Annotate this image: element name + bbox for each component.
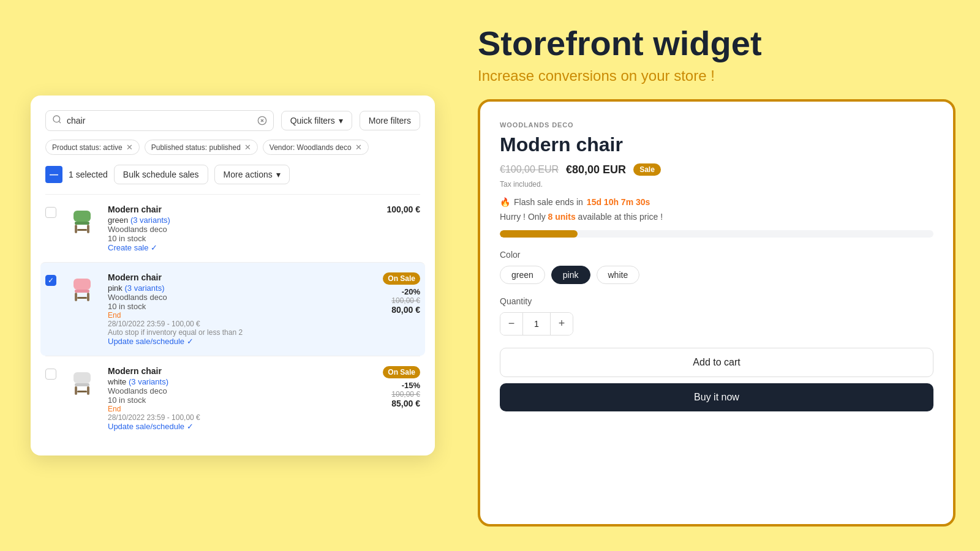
product-name-pink: Modern chair <box>108 272 374 282</box>
product-variants-link-pink[interactable]: (3 variants) <box>124 283 164 293</box>
product-sale-date-pink: 28/10/2022 23:59 - 100,00 € <box>108 320 374 328</box>
flash-sale-row: 🔥 Flash sale ends in 15d 10h 7m 30s <box>500 197 933 207</box>
storefront-price-original: €100,00 EUR <box>500 164 559 175</box>
more-filters-button[interactable]: More filters <box>360 111 420 130</box>
svg-rect-11 <box>75 290 89 293</box>
product-checkbox-white[interactable] <box>45 369 56 380</box>
on-sale-badge-pink: On Sale <box>383 272 420 285</box>
left-panel: Quick filters ▾ More filters Product sta… <box>0 0 466 551</box>
svg-rect-15 <box>74 372 91 383</box>
quantity-increase-button[interactable]: + <box>551 313 573 335</box>
svg-rect-14 <box>77 297 87 299</box>
price-section-white: On Sale -15% 100,00 € 85,00 € <box>383 366 420 408</box>
right-panel: Storefront widget Increase conversions o… <box>466 0 980 551</box>
svg-line-1 <box>59 121 61 123</box>
buy-now-button[interactable]: Buy it now <box>500 383 933 411</box>
clear-search-button[interactable] <box>257 116 267 126</box>
product-auto-stop-pink: Auto stop if inventory equal or less tha… <box>108 328 374 337</box>
color-label: Color <box>500 250 933 260</box>
bulk-schedule-button[interactable]: Bulk schedule sales <box>114 165 208 184</box>
product-vendor-white: Woodlands deco <box>108 386 374 395</box>
svg-rect-7 <box>75 225 77 233</box>
product-vendor-pink: Woodlands deco <box>108 293 374 302</box>
product-variants-pink: pink (3 variants) <box>108 283 374 293</box>
svg-rect-12 <box>75 293 77 301</box>
product-info-white: Modern chair white (3 variants) Woodland… <box>108 366 374 431</box>
product-row-green: Modern chair green (3 variants) Woodland… <box>45 194 420 262</box>
color-option-green[interactable]: green <box>500 266 545 284</box>
product-image-green <box>65 204 99 239</box>
hero-title: Storefront widget <box>478 24 956 62</box>
quick-filters-label: Quick filters <box>290 116 335 126</box>
product-checkbox-green[interactable] <box>45 207 56 218</box>
filter-tag-status: Product status: active ✕ <box>45 140 140 155</box>
product-info-pink: Modern chair pink (3 variants) Woodlands… <box>108 272 374 346</box>
product-row-pink: Modern chair pink (3 variants) Woodlands… <box>40 262 425 356</box>
flash-sale-timer: 15d 10h 7m 30s <box>587 197 650 207</box>
filter-tag-published-close[interactable]: ✕ <box>244 143 251 152</box>
more-actions-button[interactable]: More actions ▾ <box>214 165 290 184</box>
price-section-green: 100,00 € <box>387 204 421 214</box>
bulk-checkbox-button[interactable] <box>45 166 62 183</box>
svg-rect-6 <box>75 222 89 225</box>
progress-fill <box>500 230 578 238</box>
product-row-white: Modern chair white (3 variants) Woodland… <box>45 356 420 441</box>
svg-rect-13 <box>87 293 89 301</box>
sale-discount-white: -15% <box>383 381 420 390</box>
quick-filters-button[interactable]: Quick filters ▾ <box>281 111 352 130</box>
vendor-name: WOODLANDS DECO <box>500 121 933 129</box>
quantity-control: − 1 + <box>500 312 573 335</box>
hero-subtitle: Increase conversions on your store ! <box>478 67 956 84</box>
filter-tag-published: Published status: published ✕ <box>145 140 258 155</box>
buy-now-label: Buy it now <box>694 392 739 402</box>
sale-discount-pink: -20% <box>383 287 420 296</box>
price-section-pink: On Sale -20% 100,00 € 80,00 € <box>383 272 420 315</box>
add-to-cart-button[interactable]: Add to cart <box>500 348 933 377</box>
storefront-price-current: €80,00 EUR <box>566 163 626 176</box>
product-stock-pink: 10 in stock <box>108 302 374 311</box>
price-green: 100,00 € <box>387 204 421 214</box>
filter-tag-vendor-label: Vendor: Woodlands deco <box>270 143 352 152</box>
on-sale-badge-white: On Sale <box>383 366 420 378</box>
color-option-pink[interactable]: pink <box>551 266 590 284</box>
svg-rect-16 <box>75 383 89 386</box>
units-row: Hurry ! Only 8 units available at this p… <box>500 212 933 222</box>
quantity-decrease-button[interactable]: − <box>500 313 522 335</box>
more-filters-label: More filters <box>369 116 411 126</box>
tax-note: Tax included. <box>500 180 933 189</box>
storefront-product-title: Modern chair <box>500 133 933 156</box>
price-original-white: 100,00 € <box>383 390 420 399</box>
price-row: €100,00 EUR €80,00 EUR Sale <box>500 163 933 176</box>
svg-rect-5 <box>74 211 91 222</box>
selected-count: 1 selected <box>69 170 108 179</box>
product-checkbox-pink[interactable] <box>45 275 56 286</box>
more-actions-label: More actions <box>224 170 273 179</box>
search-input[interactable] <box>67 116 252 126</box>
fire-icon: 🔥 <box>500 197 510 207</box>
quantity-label: Quantity <box>500 296 933 306</box>
quantity-value: 1 <box>522 313 551 335</box>
product-info-green: Modern chair green (3 variants) Woodland… <box>108 204 379 252</box>
product-name-green: Modern chair <box>108 204 379 214</box>
search-icon <box>52 114 62 127</box>
svg-rect-18 <box>87 386 89 395</box>
more-actions-chevron-icon: ▾ <box>276 170 281 179</box>
storefront-card: WOODLANDS DECO Modern chair €100,00 EUR … <box>478 99 956 527</box>
filter-tag-vendor-close[interactable]: ✕ <box>355 143 362 152</box>
svg-rect-19 <box>77 391 87 392</box>
product-variants-link-green[interactable]: (3 variants) <box>130 216 170 225</box>
svg-point-0 <box>53 116 60 122</box>
product-variants-link-white[interactable]: (3 variants) <box>129 377 168 386</box>
filter-tags: Product status: active ✕ Published statu… <box>45 140 420 155</box>
svg-rect-10 <box>74 279 91 290</box>
svg-rect-8 <box>87 225 89 233</box>
color-option-white[interactable]: white <box>597 266 640 284</box>
product-update-link-white[interactable]: Update sale/schedule ✓ <box>108 422 374 431</box>
product-create-sale-green[interactable]: Create sale ✓ <box>108 243 379 252</box>
flash-sale-prefix: Flash sale ends in <box>514 197 583 207</box>
filter-tag-status-close[interactable]: ✕ <box>126 143 133 152</box>
filter-tag-published-label: Published status: published <box>151 143 241 152</box>
search-wrapper <box>45 110 274 131</box>
product-update-link-pink[interactable]: Update sale/schedule ✓ <box>108 337 374 346</box>
product-sale-end-white: End <box>108 405 374 413</box>
